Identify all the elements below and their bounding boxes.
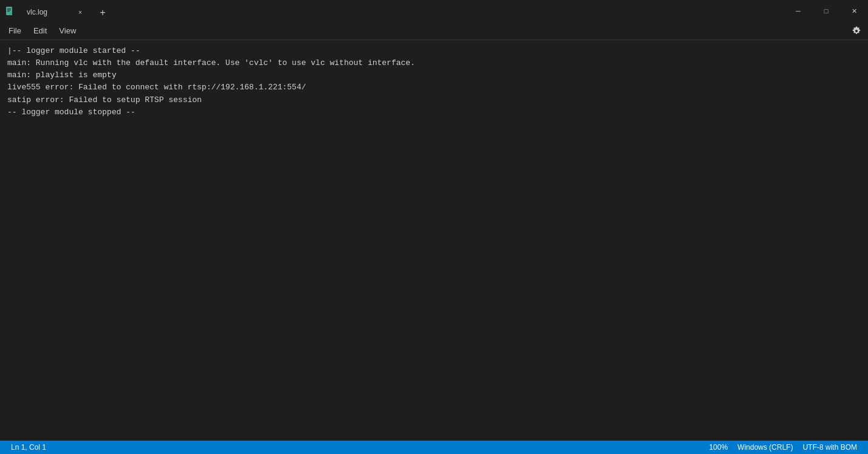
title-bar-controls: ─ □ ✕: [784, 0, 868, 22]
menu-view[interactable]: View: [53, 24, 82, 38]
svg-rect-1: [7, 9, 11, 9]
zoom-level[interactable]: 100%: [704, 441, 733, 454]
menu-edit[interactable]: Edit: [27, 24, 53, 38]
status-bar: Ln 1, Col 1 100% Windows (CRLF) UTF-8 wi…: [0, 441, 868, 454]
menu-file[interactable]: File: [2, 24, 27, 38]
encoding[interactable]: UTF-8 with BOM: [798, 441, 862, 454]
tabs-area: vlc.log × +: [19, 0, 112, 22]
editor-content: |-- logger module started -- main: Runni…: [0, 43, 868, 121]
editor-area[interactable]: |-- logger module started -- main: Runni…: [0, 40, 868, 441]
svg-rect-2: [7, 10, 11, 10]
active-tab[interactable]: vlc.log ×: [19, 2, 92, 22]
new-tab-button[interactable]: +: [94, 4, 112, 22]
cursor-position[interactable]: Ln 1, Col 1: [6, 441, 51, 454]
status-right: 100% Windows (CRLF) UTF-8 with BOM: [704, 441, 862, 454]
maximize-button[interactable]: □: [812, 0, 840, 22]
line-ending[interactable]: Windows (CRLF): [732, 441, 797, 454]
tab-close-button[interactable]: ×: [75, 7, 85, 17]
svg-rect-3: [7, 11, 10, 12]
close-button[interactable]: ✕: [840, 0, 868, 22]
tab-label: vlc.log: [27, 8, 71, 16]
app-icon: [0, 0, 19, 22]
menu-bar: File Edit View: [0, 22, 868, 40]
menu-bar-right: [847, 23, 866, 39]
title-bar-left: vlc.log × +: [0, 0, 784, 22]
title-bar: vlc.log × + ─ □ ✕: [0, 0, 868, 22]
minimize-button[interactable]: ─: [784, 0, 812, 22]
settings-button[interactable]: [847, 23, 866, 39]
